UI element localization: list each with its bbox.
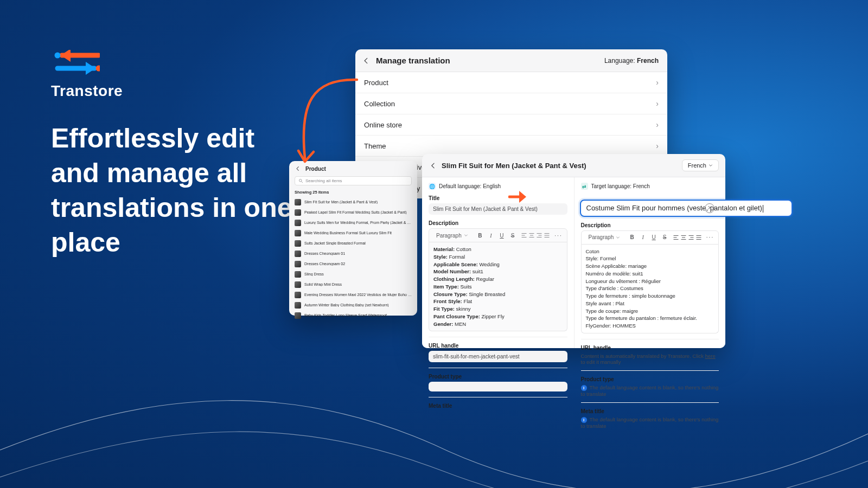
list-item[interactable]: Solid Wrap Mini Dress (289, 279, 417, 290)
thumbnail (295, 302, 301, 309)
list-item[interactable]: Sling Dress (289, 269, 417, 279)
chevron-right-icon: › (656, 142, 659, 150)
decorative-wave (0, 352, 868, 488)
list-item[interactable]: Peaked Lapel Slim Fit Formal Wedding Sui… (289, 207, 417, 217)
row-label: Online store (364, 121, 402, 129)
item-label: Evening Dresses Women Maxi 2022 Vestidos… (304, 293, 412, 297)
strike-button[interactable]: S (660, 233, 669, 242)
list-item[interactable]: Dresses Cheongsam 01 (289, 248, 417, 259)
row-label: Collection (364, 100, 395, 108)
paragraph-select[interactable]: Paragraph (432, 231, 472, 240)
meta-title-note: iThe default language content is blank, … (581, 416, 719, 429)
description-label: Description (581, 222, 719, 228)
translate-icon: ⇄ (581, 183, 588, 190)
product-type-label: Product type (581, 376, 719, 382)
info-icon: i (581, 417, 587, 423)
svg-point-2 (299, 179, 302, 182)
editor-panel: Slim Fit Suit for Men (Jacket & Pant & V… (422, 154, 725, 348)
search-input[interactable]: Searching all items (295, 176, 412, 185)
product-type-value (429, 382, 567, 391)
target-rte-toolbar: Paragraph B I U S ··· (581, 230, 719, 245)
manage-row-product[interactable]: Product› (355, 72, 667, 93)
brand-name: Transtore (51, 82, 123, 100)
list-item[interactable]: Suits Jacket Single Breasted Formal (289, 238, 417, 248)
item-label: Suits Jacket Single Breasted Formal (304, 241, 366, 245)
language-selector[interactable]: French (682, 159, 719, 171)
item-label: Dresses Cheongsam 02 (304, 262, 345, 266)
list-item[interactable]: Slim Fit Suit for Men (Jacket & Pant & V… (289, 197, 417, 207)
url-handle-note: Content is automatically translated by T… (581, 353, 719, 365)
hero-headline: Effortlessly edit and manage all transla… (51, 121, 306, 260)
item-label: Dresses Cheongsam 01 (304, 252, 345, 255)
source-description: Material: CottonStyle: FormalApplicable … (429, 242, 567, 331)
manage-title: Manage translation (376, 56, 450, 65)
back-arrow-icon[interactable] (429, 161, 437, 170)
underline-button[interactable]: U (649, 233, 659, 242)
product-type-label: Product type (429, 374, 567, 380)
source-rte-toolbar: Paragraph B I U S ··· (429, 228, 567, 242)
thumbnail (295, 230, 301, 236)
strike-button[interactable]: S (508, 230, 518, 240)
url-handle-value: slim-fit-suit-for-men-jacket-pant-vest (429, 351, 567, 362)
bold-button[interactable]: B (475, 230, 485, 240)
description-label: Description (429, 220, 567, 226)
more-button[interactable]: ··· (705, 233, 715, 242)
thumbnail (295, 251, 301, 257)
align-buttons[interactable] (521, 232, 550, 239)
list-item[interactable]: Dresses Cheongsam 02 (289, 259, 417, 269)
paragraph-select[interactable]: Paragraph (585, 233, 624, 242)
showing-count: Showing 25 items (289, 189, 417, 197)
manage-row-online store[interactable]: Online store› (355, 114, 667, 136)
back-arrow-icon[interactable] (295, 165, 301, 172)
thumbnail (295, 209, 301, 216)
source-lang-label: Default language: English (439, 183, 501, 189)
more-button[interactable]: ··· (554, 230, 564, 240)
thumbnail (295, 261, 301, 267)
back-arrow-icon[interactable] (362, 56, 371, 65)
thumbnail (295, 220, 301, 226)
target-column: ⇄ Target language: French Costume Slim F… (574, 177, 726, 348)
language-indicator: Language: French (604, 57, 659, 65)
item-label: Solid Wrap Mini Dress (304, 282, 342, 286)
item-label: Sling Dress (304, 272, 324, 276)
svg-point-1 (96, 66, 100, 72)
manage-row-collection[interactable]: Collection› (355, 93, 667, 114)
source-column: 🌐 Default language: English Title Slim F… (422, 177, 574, 348)
search-icon (298, 178, 303, 183)
list-item[interactable]: Autumn Winter Baby Clothing Baby (set Ne… (289, 300, 417, 310)
target-description[interactable]: CotonStyle: FormelScène Applicable: mari… (581, 245, 719, 333)
target-title-input-wrap: Costume Slim Fit pour hommes (veste, pan… (580, 200, 719, 217)
thumbnail (295, 240, 301, 247)
editor-title: Slim Fit Suit for Men (Jacket & Pant & V… (442, 162, 586, 170)
url-handle-label: URL handle (581, 345, 719, 351)
underline-button[interactable]: U (497, 230, 507, 240)
item-label: Peaked Lapel Slim Fit Formal Wedding Sui… (304, 210, 407, 214)
brand-logo: Transtore (51, 50, 123, 100)
chevron-down-icon (709, 163, 713, 168)
list-item[interactable]: Baby Kids Toddler Long Sleeve Scarf Wate… (289, 310, 417, 320)
italic-button[interactable]: I (486, 230, 496, 240)
list-item[interactable]: Evening Dresses Women Maxi 2022 Vestidos… (289, 290, 417, 300)
clear-icon[interactable]: ✕ (705, 203, 714, 213)
thumbnail (295, 271, 301, 278)
align-buttons[interactable] (673, 234, 702, 241)
meta-title-label: Meta title (429, 403, 567, 409)
hero: Effortlessly edit and manage all transla… (51, 121, 306, 260)
target-lang-label: Target language: French (591, 183, 650, 189)
list-item[interactable]: Male Wedding Business Formal Suit Luxury… (289, 228, 417, 238)
edit-manually-link[interactable]: here (705, 353, 716, 359)
thumbnail (295, 312, 301, 319)
chevron-down-icon (616, 235, 620, 240)
item-label: Male Wedding Business Formal Suit Luxury… (304, 231, 392, 235)
italic-button[interactable]: I (638, 233, 648, 242)
source-title-value: Slim Fit Suit for Men (Jacket & Pant & V… (429, 203, 567, 215)
bold-button[interactable]: B (627, 233, 637, 242)
list-item[interactable]: Luxury Suits Men for Wedding Formal, Pro… (289, 217, 417, 228)
logo-icon (51, 50, 100, 76)
item-label: Luxury Suits Men for Wedding Formal, Pro… (304, 221, 412, 224)
thumbnail (295, 199, 301, 206)
target-title-input[interactable]: Costume Slim Fit pour hommes (veste, pan… (580, 200, 793, 217)
item-label: Autumn Winter Baby Clothing Baby (set Ne… (304, 303, 389, 307)
item-label: Baby Kids Toddler Long Sleeve Scarf Wate… (304, 313, 387, 317)
url-handle-label: URL handle (429, 343, 567, 349)
